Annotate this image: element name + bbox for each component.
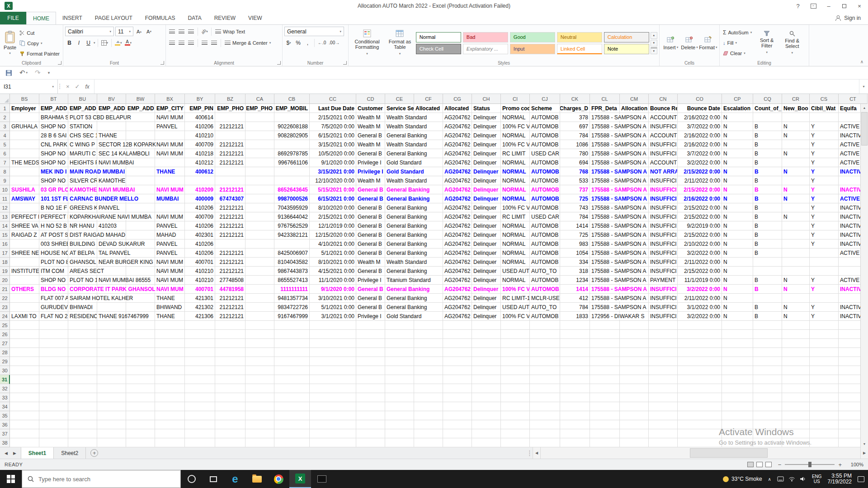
cell[interactable] (782, 140, 810, 149)
cell[interactable]: 768 (560, 167, 590, 176)
cell[interactable]: AG204762 (443, 312, 472, 321)
cell[interactable]: CARNAC BUNDER MELLO (68, 194, 97, 203)
cell[interactable] (649, 411, 678, 420)
cell[interactable] (310, 330, 356, 339)
cell[interactable] (782, 330, 810, 339)
cell[interactable] (274, 339, 310, 348)
cell[interactable] (590, 393, 620, 402)
cell[interactable]: 21212121 (215, 258, 245, 267)
cell[interactable] (126, 267, 155, 276)
font-name-select[interactable]: Calibri ▾ (65, 27, 114, 36)
cell[interactable] (10, 167, 39, 176)
cell[interactable] (215, 330, 245, 339)
cell[interactable] (678, 393, 722, 402)
cell[interactable]: 410206 (185, 249, 215, 258)
cell[interactable] (443, 330, 472, 339)
cell[interactable] (620, 393, 649, 402)
language-indicator[interactable]: ENG US (812, 474, 822, 484)
cell[interactable] (753, 357, 782, 366)
row-header-36[interactable]: 36 (0, 420, 10, 429)
cell[interactable] (530, 339, 560, 348)
cell[interactable]: Delinquer (472, 122, 501, 131)
align-top-button[interactable] (168, 27, 176, 36)
cell[interactable] (245, 212, 274, 221)
cell[interactable]: GREENS K (68, 203, 97, 212)
cell[interactable] (530, 348, 560, 357)
cell[interactable] (472, 357, 501, 366)
cell[interactable]: RAIGAD Z (10, 230, 39, 239)
cell[interactable] (97, 357, 126, 366)
cell[interactable] (10, 357, 39, 366)
cell[interactable]: Y (810, 230, 839, 239)
cell[interactable]: N (782, 285, 810, 294)
cell[interactable] (501, 411, 530, 420)
cell[interactable]: 175588 - SAMPSON A (590, 176, 620, 185)
cell[interactable]: ACCOUNT (649, 131, 678, 140)
cell[interactable]: 3/10/2021 0:00 (310, 294, 356, 303)
cell[interactable]: B (753, 158, 782, 167)
cell[interactable] (501, 429, 530, 438)
cell[interactable]: BRAHMA S (39, 113, 68, 122)
cell[interactable] (530, 330, 560, 339)
cell[interactable]: 780 (560, 149, 590, 158)
cell[interactable] (245, 122, 274, 131)
cell[interactable] (245, 348, 274, 357)
cell[interactable]: 3/1/2021 0:00 (310, 312, 356, 321)
action-center-icon[interactable] (858, 476, 864, 482)
cell[interactable] (530, 438, 560, 447)
cell[interactable]: ACCOUNT (649, 158, 678, 167)
cell[interactable] (245, 366, 274, 375)
page-layout-view-button[interactable] (756, 462, 763, 467)
cell[interactable]: General B (356, 203, 385, 212)
cell[interactable]: 175588 - SAMPSON A (590, 258, 620, 267)
cell[interactable]: 983 (560, 239, 590, 249)
cell[interactable] (782, 348, 810, 357)
cell[interactable]: General B (356, 230, 385, 239)
cell[interactable]: THANE 9167467999 (97, 312, 126, 321)
cell[interactable] (245, 357, 274, 366)
cell[interactable]: B (753, 167, 782, 176)
cell[interactable]: AG204762 (443, 149, 472, 158)
cell[interactable] (68, 357, 97, 366)
cell[interactable] (126, 348, 155, 357)
start-button[interactable] (0, 470, 22, 488)
cell[interactable]: N (782, 185, 810, 194)
cell[interactable] (274, 321, 310, 330)
cell[interactable] (10, 384, 39, 393)
scrollbar-splitter[interactable]: ┆ (527, 450, 533, 456)
cell[interactable] (215, 321, 245, 330)
cell[interactable] (472, 321, 501, 330)
cell[interactable] (414, 411, 443, 420)
collapse-ribbon-icon[interactable]: ∧ (860, 59, 863, 64)
cell[interactable] (97, 438, 126, 447)
cell[interactable]: Wealth Standard (385, 113, 414, 122)
cell[interactable]: INSUFFICI (649, 249, 678, 258)
column-header-BT[interactable]: BT (39, 94, 68, 104)
cell[interactable] (810, 339, 839, 348)
cell[interactable]: PERFECT F (39, 212, 68, 221)
cell[interactable] (245, 429, 274, 438)
cell[interactable]: 421302 (185, 303, 215, 312)
cell[interactable]: NAVI MUM (155, 258, 185, 267)
cell[interactable] (97, 348, 126, 357)
cell[interactable]: Y (810, 312, 839, 321)
cell[interactable]: Count_of_ (753, 104, 782, 113)
cell[interactable]: INSUFFICI (649, 203, 678, 212)
cell[interactable] (274, 239, 310, 249)
cell[interactable] (782, 339, 810, 348)
row-header-13[interactable]: 13 (0, 212, 10, 221)
cell[interactable]: 175588 - SAMPSON A (590, 212, 620, 221)
cell[interactable]: NEAR BURGER KING (97, 258, 126, 267)
cell[interactable] (782, 203, 810, 212)
cell[interactable] (560, 393, 590, 402)
find-select-button[interactable]: Find & Select ▾ (780, 27, 804, 59)
cell[interactable]: 21212121 (215, 303, 245, 312)
cell[interactable] (472, 438, 501, 447)
cell[interactable]: Y (810, 167, 839, 176)
cell[interactable]: NORMAL (501, 167, 530, 176)
cell[interactable]: SAIRAM HOTEL KALHER (68, 294, 97, 303)
cell[interactable] (39, 393, 68, 402)
cell[interactable]: Delinquer (472, 167, 501, 176)
cell[interactable] (443, 402, 472, 411)
cell[interactable]: AMSWAY (10, 194, 39, 203)
